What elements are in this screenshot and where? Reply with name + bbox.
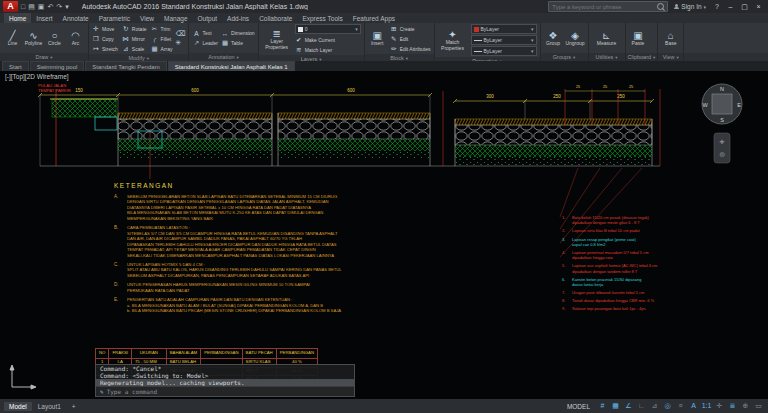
clean-screen-icon[interactable]: ▭: [753, 400, 764, 412]
group-tool-button[interactable]: ❖ Group: [544, 30, 563, 47]
layout-tab[interactable]: +: [67, 402, 81, 411]
ucs-icon[interactable]: [10, 365, 36, 389]
annotation-tool-button[interactable]: ↔ Dimension: [221, 29, 255, 38]
restore-button[interactable]: ▢: [738, 1, 751, 13]
viewcube-west[interactable]: W: [702, 102, 708, 108]
modify-tool-button[interactable]: ▦ Array: [151, 44, 173, 53]
object-color-dropdown[interactable]: ByLayer ▾: [471, 24, 537, 34]
modify-tool-button[interactable]: ✛ Move: [92, 24, 118, 33]
sign-in-button[interactable]: Sign In ▾: [674, 3, 706, 10]
redo-icon[interactable]: ↷: [55, 1, 63, 12]
ortho-icon[interactable]: ∟: [636, 400, 647, 412]
layout-tab[interactable]: Model: [4, 402, 32, 411]
new-icon[interactable]: □: [20, 1, 26, 12]
osnap-icon[interactable]: ◎: [662, 400, 673, 412]
modify-tool-button[interactable]: ⋈ Mirror: [122, 34, 147, 43]
explode-icon[interactable]: ✳: [176, 39, 186, 47]
viewcube[interactable]: N S W E: [702, 84, 742, 124]
help-icon[interactable]: ?: [712, 3, 722, 10]
customization-icon[interactable]: ≣: [727, 400, 738, 412]
make-current-button[interactable]: ✔ Make Current: [295, 35, 361, 44]
ribbon-tab[interactable]: Annotate: [58, 13, 94, 23]
ribbon-tab[interactable]: Insert: [31, 13, 57, 23]
command-window[interactable]: Command: *Cancel*Command: <Switching to:…: [95, 364, 355, 397]
modify-tool-button[interactable]: ⊿ Scale: [122, 44, 147, 53]
panel-label-annotation[interactable]: Annotation▾: [189, 53, 257, 61]
panel-label-block[interactable]: Block▾: [365, 54, 434, 61]
customize-quick-access-icon[interactable]: ▾: [64, 1, 70, 12]
annotation-visibility-icon[interactable]: A: [688, 400, 699, 412]
minimize-button[interactable]: –: [724, 1, 737, 13]
file-tab[interactable]: Standard Tangki Pendam: [85, 61, 166, 71]
match-properties-button[interactable]: ✦ Match Properties: [438, 29, 468, 51]
erase-icon[interactable]: ⌫: [176, 30, 186, 38]
undo-icon[interactable]: ↶: [46, 1, 54, 12]
draw-tool-button[interactable]: ∿ Polyline: [24, 30, 43, 47]
ribbon-tab[interactable]: Home: [4, 13, 31, 23]
annotation-tool-button[interactable]: ▦ Table: [221, 39, 255, 48]
annotation-tool-button[interactable]: A Text: [192, 29, 218, 38]
block-tool-button[interactable]: ✏ Edit Attributes: [390, 44, 431, 53]
ribbon-tab[interactable]: Manage: [159, 13, 193, 23]
viewcube-south[interactable]: S: [720, 117, 724, 123]
draw-tool-button[interactable]: ╱ Line: [3, 30, 22, 47]
polar-tracking-icon[interactable]: ∠: [623, 400, 634, 412]
measure-button[interactable]: ⊾ Measure: [592, 30, 622, 47]
viewcube-east[interactable]: E: [737, 102, 741, 108]
base-view-button[interactable]: ⌂ Base: [661, 30, 680, 47]
ribbon-tab[interactable]: Parametric: [94, 13, 135, 23]
ribbon-tab[interactable]: Express Tools: [297, 13, 347, 23]
navigation-bar[interactable]: ✛ ◎: [714, 133, 730, 163]
block-tool-button[interactable]: ✎ Edit: [390, 34, 431, 43]
block-tool-button[interactable]: ⊞ Create: [390, 24, 431, 33]
close-button[interactable]: ×: [752, 1, 765, 13]
layout-tab[interactable]: Layout1: [33, 402, 66, 411]
file-tab[interactable]: Swimming pool: [30, 61, 85, 71]
draw-tool-button[interactable]: ◠ Arc: [66, 30, 85, 47]
insert-block-button[interactable]: ▣ Insert: [368, 30, 387, 47]
ribbon-tab[interactable]: Featured Apps: [348, 13, 400, 23]
model-indicator[interactable]: MODEL: [567, 403, 590, 410]
panel-label-modify[interactable]: Modify▾: [89, 54, 188, 61]
panel-label-clipboard[interactable]: Clipboard▾: [626, 53, 658, 61]
ribbon-tab[interactable]: Collaborate: [254, 13, 297, 23]
viewport-controls[interactable]: [-][Top][2D Wireframe]: [5, 73, 69, 80]
crosshair-icon[interactable]: ✛: [714, 400, 725, 412]
open-icon[interactable]: ▤: [27, 1, 36, 12]
snap-icon[interactable]: ▦: [610, 400, 621, 412]
lineweight-dropdown[interactable]: ByLayer ▾: [471, 35, 537, 45]
geolocation-icon[interactable]: ⊕: [740, 400, 751, 412]
annotation-scale-icon[interactable]: 1:1: [701, 400, 712, 412]
modify-tool-button[interactable]: ↻ Rotate: [122, 24, 147, 33]
viewcube-north[interactable]: N: [720, 86, 724, 92]
group-tool-button[interactable]: ◈ Ungroup: [566, 30, 585, 47]
application-menu-button[interactable]: A: [3, 1, 18, 12]
search-icon[interactable]: [657, 3, 664, 10]
lineweight-icon[interactable]: ≡: [675, 400, 686, 412]
layer-properties-button[interactable]: ≣ Layer Properties: [262, 28, 292, 50]
annotation-tool-button[interactable]: ↗ Leader: [192, 39, 218, 48]
pan-icon[interactable]: ✛: [719, 139, 724, 145]
modify-tool-button[interactable]: ↦ Stretch: [92, 44, 118, 53]
drawing-area[interactable]: [-][Top][2D Wireframe]: [0, 71, 768, 399]
modify-tool-button[interactable]: ✂ Trim: [151, 24, 173, 33]
ribbon-tab[interactable]: View: [135, 13, 159, 23]
paste-button[interactable]: ▣ Paste: [629, 30, 648, 47]
panel-label-utilities[interactable]: Utilities▾: [589, 53, 625, 61]
match-layer-button[interactable]: ≋ Match Layer: [295, 45, 361, 54]
search-input[interactable]: [552, 4, 655, 10]
ribbon-tab[interactable]: Add-ins: [222, 13, 254, 23]
file-tab[interactable]: Start: [2, 61, 29, 71]
modify-tool-button[interactable]: ╭ Fillet: [151, 34, 173, 43]
grid-icon[interactable]: #: [597, 400, 608, 412]
panel-label-draw[interactable]: Draw▾: [0, 53, 88, 61]
file-tab[interactable]: Standard Konstruksi Jalan Asphalt Kelas …: [168, 61, 295, 71]
command-input[interactable]: ✎ Type a command: [96, 386, 354, 396]
linetype-dropdown[interactable]: ByLayer ▾: [471, 46, 537, 56]
panel-label-groups[interactable]: Groups▾: [541, 53, 588, 61]
draw-tool-button[interactable]: ○ Circle: [45, 30, 64, 47]
layer-dropdown[interactable]: 0 ▾: [295, 24, 361, 34]
orbit-icon[interactable]: ◎: [719, 151, 724, 157]
ribbon-tab[interactable]: Output: [193, 13, 223, 23]
modify-tool-button[interactable]: ❐ Copy: [92, 34, 118, 43]
